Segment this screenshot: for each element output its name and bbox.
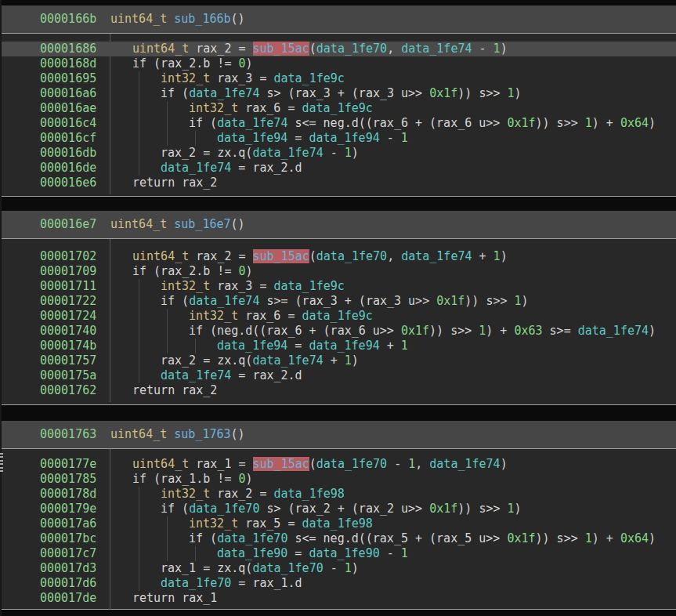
line-address[interactable]: 00001762 [40, 383, 96, 398]
code-line[interactable]: 000017dereturn rax_1 [0, 591, 676, 606]
line-address[interactable]: 000017d3 [40, 561, 96, 576]
line-address[interactable]: 00001785 [40, 472, 96, 487]
line-address[interactable]: 00001695 [40, 71, 96, 86]
function-address[interactable]: 00001763 [40, 421, 96, 448]
token-data-ref[interactable]: data_1fe74 [401, 249, 472, 263]
code-line[interactable]: 000017d6data_1fe70 = rax_1.d [0, 576, 676, 591]
token-data-ref[interactable]: data_1fe9c [302, 101, 373, 115]
code-line[interactable]: 000017c7data_1fe90 = data_1fe90 - 1 [0, 546, 676, 561]
line-address[interactable]: 000016de [40, 161, 96, 176]
line-address[interactable]: 00001722 [40, 294, 96, 309]
code-line[interactable]: 0000174bdata_1fe94 = data_1fe94 + 1 [0, 339, 676, 353]
token-data-ref[interactable]: data_1fe74 [578, 324, 649, 338]
line-address[interactable]: 000016ae [40, 101, 96, 116]
token-data-ref[interactable]: data_1fe70 [316, 42, 387, 56]
token-data-ref[interactable]: data_1fe70 [316, 249, 387, 263]
token-data-ref[interactable]: data_1fe90 [309, 546, 379, 560]
line-address[interactable]: 0000175a [40, 368, 96, 383]
token-data-ref[interactable]: data_1fe94 [309, 339, 379, 353]
line-address[interactable]: 000017de [40, 591, 96, 606]
token-data-ref[interactable]: data_1fe70 [161, 576, 231, 590]
code-line[interactable]: 00001724int32_t rax_6 = data_1fe9c [0, 309, 676, 324]
code-line[interactable]: 00001785if (rax_1.b != 0) [0, 472, 676, 487]
token-function-ref[interactable]: sub_16e7 [174, 217, 230, 231]
code-line[interactable]: 000016cfdata_1fe94 = data_1fe94 - 1 [0, 131, 676, 146]
code-line[interactable]: 00001695int32_t rax_3 = data_1fe9c [0, 71, 676, 86]
token-highlighted-function-ref[interactable]: sub_15ac [253, 42, 309, 56]
function-address[interactable]: 0000166b [40, 5, 96, 33]
line-address[interactable]: 000017d6 [40, 576, 96, 591]
token-data-ref[interactable]: data_1fe94 [309, 131, 379, 145]
code-line[interactable]: 000016c4if (data_1fe74 s<= neg.d((rax_6 … [0, 116, 676, 131]
code-line[interactable]: 000017a6int32_t rax_5 = data_1fe98 [0, 516, 676, 531]
function-header-sub_166b[interactable]: 0000166buint64_t sub_166b() [0, 5, 676, 34]
line-address[interactable]: 00001740 [40, 324, 96, 339]
token-data-ref[interactable]: data_1fe9c [274, 71, 345, 85]
line-address[interactable]: 000017bc [40, 531, 96, 546]
line-address[interactable]: 000016db [40, 146, 96, 161]
line-address[interactable]: 000016a6 [40, 86, 96, 101]
code-line[interactable]: 00001762return rax_2 [0, 383, 676, 398]
line-address[interactable]: 0000179e [40, 502, 96, 516]
token-data-ref[interactable]: data_1fe70 [217, 531, 287, 545]
token-data-ref[interactable]: data_1fe98 [274, 487, 345, 501]
function-address[interactable]: 000016e7 [40, 211, 96, 238]
code-line[interactable]: 00001709if (rax_2.b != 0) [0, 264, 676, 279]
code-line[interactable]: 000016dbrax_2 = zx.q(data_1fe74 - 1) [0, 146, 676, 161]
code-line[interactable]: 000017bcif (data_1fe70 s<= neg.d((rax_5 … [0, 531, 676, 546]
line-address[interactable]: 0000178d [40, 487, 96, 502]
code-line[interactable]: 000016dedata_1fe74 = rax_2.d [0, 161, 676, 176]
token-function-ref[interactable]: sub_166b [174, 12, 230, 26]
scroll-position-marker[interactable] [0, 453, 3, 473]
token-data-ref[interactable]: data_1fe70 [252, 561, 323, 575]
line-address[interactable]: 00001702 [40, 249, 96, 264]
function-header-sub_16e7[interactable]: 000016e7uint64_t sub_16e7() [0, 211, 676, 239]
token-highlighted-function-ref[interactable]: sub_15ac [253, 457, 309, 471]
code-line[interactable]: 00001757rax_2 = zx.q(data_1fe74 + 1) [0, 353, 676, 368]
token-data-ref[interactable]: data_1fe98 [302, 516, 373, 531]
token-data-ref[interactable]: data_1fe94 [217, 131, 287, 145]
code-line[interactable]: 00001740if (neg.d((rax_6 + (rax_6 u>> 0x… [0, 324, 676, 339]
line-address[interactable]: 00001709 [40, 264, 96, 279]
code-line[interactable]: 0000168dif (rax_2.b != 0) [0, 56, 676, 71]
token-data-ref[interactable]: data_1fe9c [274, 279, 345, 293]
line-address[interactable]: 000016c4 [40, 116, 96, 131]
code-line[interactable]: 0000175adata_1fe74 = rax_2.d [0, 368, 676, 383]
code-line[interactable]: 0000177euint64_t rax_1 = sub_15ac(data_1… [0, 457, 676, 472]
code-line[interactable]: 000016e6return rax_2 [0, 176, 676, 190]
token-data-ref[interactable]: data_1fe74 [401, 42, 472, 56]
line-address[interactable]: 000016cf [40, 131, 96, 146]
token-data-ref[interactable]: data_1fe94 [217, 339, 287, 353]
token-data-ref[interactable]: data_1fe9c [302, 309, 373, 323]
code-line[interactable]: 000017d3rax_1 = zx.q(data_1fe70 - 1) [0, 561, 676, 576]
code-line[interactable]: 000016a6if (data_1fe74 s> (rax_3 + (rax_… [0, 86, 676, 101]
code-line[interactable]: 000016aeint32_t rax_6 = data_1fe9c [0, 101, 676, 116]
code-line-current[interactable]: 00001686uint64_t rax_2 = sub_15ac(data_1… [0, 42, 676, 56]
line-address[interactable]: 0000177e [40, 457, 96, 472]
line-address[interactable]: 000016e6 [40, 176, 96, 190]
line-address[interactable]: 0000174b [40, 339, 96, 353]
token-data-ref[interactable]: data_1fe90 [217, 546, 287, 560]
token-highlighted-function-ref[interactable]: sub_15ac [253, 249, 309, 263]
token-data-ref[interactable]: data_1fe74 [189, 294, 259, 308]
line-address[interactable]: 00001711 [40, 279, 96, 294]
token-data-ref[interactable]: data_1fe74 [217, 116, 287, 130]
line-address[interactable]: 00001686 [40, 42, 96, 56]
line-address[interactable]: 0000168d [40, 56, 96, 71]
token-function-ref[interactable]: sub_1763 [174, 427, 230, 441]
token-data-ref[interactable]: data_1fe74 [189, 86, 259, 100]
code-line[interactable]: 0000179eif (data_1fe70 s> (rax_2 + (rax_… [0, 502, 676, 516]
line-address[interactable]: 000017c7 [40, 546, 96, 561]
line-address[interactable]: 00001757 [40, 353, 96, 368]
line-address[interactable]: 000017a6 [40, 516, 96, 531]
token-data-ref[interactable]: data_1fe70 [189, 502, 259, 516]
line-address[interactable]: 00001724 [40, 309, 96, 324]
function-header-sub_1763[interactable]: 00001763uint64_t sub_1763() [0, 421, 676, 449]
code-line[interactable]: 00001722if (data_1fe74 s>= (rax_3 + (rax… [0, 294, 676, 309]
token-data-ref[interactable]: data_1fe74 [252, 146, 323, 160]
token-data-ref[interactable]: data_1fe74 [161, 161, 231, 175]
token-data-ref[interactable]: data_1fe74 [429, 457, 500, 471]
code-line[interactable]: 00001702uint64_t rax_2 = sub_15ac(data_1… [0, 249, 676, 264]
token-data-ref[interactable]: data_1fe70 [316, 457, 387, 471]
code-line[interactable]: 00001711int32_t rax_3 = data_1fe9c [0, 279, 676, 294]
